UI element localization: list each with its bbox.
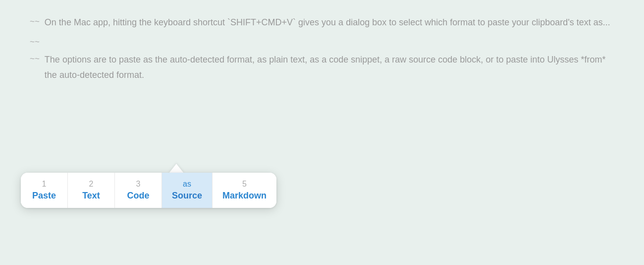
menu-item-label: Text: [82, 191, 100, 201]
menu-item-number: 1: [42, 180, 47, 189]
block-1: ~~ On the Mac app, hitting the keyboard …: [30, 15, 614, 30]
menu-item-number: 2: [89, 180, 94, 189]
block-2: ~~ The options are to paste as the auto-…: [30, 52, 614, 82]
menu-item-source[interactable]: asSource: [162, 173, 213, 208]
menu-item-number: 5: [242, 180, 247, 189]
separator: ~~: [30, 35, 614, 50]
menu-item-markdown[interactable]: 5Markdown: [213, 173, 276, 208]
tilde-1: ~~: [30, 15, 40, 29]
block-1-text: On the Mac app, hitting the keyboard sho…: [45, 15, 610, 30]
menu-item-code[interactable]: 3Code: [115, 173, 162, 208]
menu-item-label: Source: [172, 191, 202, 201]
menu-item-text[interactable]: 2Text: [68, 173, 115, 208]
menu-item-number: as: [183, 180, 191, 189]
block-2-text: The options are to paste as the auto-det…: [45, 52, 614, 82]
popup-menu: 1Paste2Text3CodeasSource5Markdown: [21, 173, 276, 208]
menu-item-label: Code: [127, 191, 150, 201]
content-area: ~~ On the Mac app, hitting the keyboard …: [0, 0, 644, 98]
menu-item-number: 3: [136, 180, 141, 189]
tilde-2: ~~: [30, 52, 40, 66]
menu-item-label: Paste: [32, 191, 56, 201]
menu-item-paste[interactable]: 1Paste: [21, 173, 68, 208]
popup-container: 1Paste2Text3CodeasSource5Markdown: [21, 173, 276, 208]
menu-item-label: Markdown: [222, 191, 267, 201]
popup-arrow: [168, 164, 184, 174]
